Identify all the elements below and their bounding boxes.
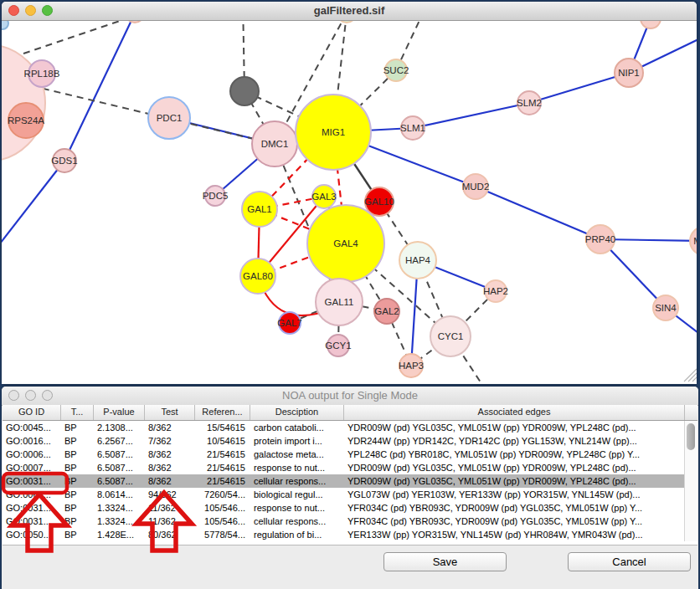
- cell: 94/362: [145, 488, 195, 501]
- cell: 105/546...: [195, 515, 250, 528]
- vertical-scrollbar[interactable]: [684, 421, 697, 541]
- cell: 2.1308...: [94, 421, 145, 434]
- cell: 105/546...: [195, 501, 250, 515]
- graph-node-label: HAP2: [483, 286, 508, 296]
- noa-window-titlebar[interactable]: NOA output for Single Mode: [2, 387, 698, 406]
- cell: cellular respons...: [250, 474, 344, 488]
- column-header-test[interactable]: Test: [145, 405, 195, 420]
- cell: 21/54615: [195, 474, 250, 488]
- cell: BP: [61, 515, 94, 528]
- cell: GO:0031...: [3, 515, 61, 528]
- network-window-titlebar[interactable]: galFiltered.sif: [2, 2, 697, 21]
- cell: galactose meta...: [250, 448, 344, 461]
- cell: biological regul...: [250, 488, 344, 501]
- table-body: GO:0045...BP2.1308...8/36215/54615carbon…: [3, 421, 697, 541]
- window-title: NOA output for Single Mode: [2, 387, 698, 405]
- table-row[interactable]: GO:0007...BP6.5087...8/36221/54615respon…: [3, 461, 697, 474]
- graph-node-label: MIG1: [322, 127, 345, 137]
- column-header-pvalue[interactable]: P-value: [94, 405, 145, 420]
- cell: 8/362: [145, 421, 195, 434]
- column-header-t[interactable]: T...: [61, 405, 94, 420]
- graph-node-label: GAL3: [311, 192, 336, 202]
- cell: protein import i...: [250, 434, 344, 448]
- graph-edge: [23, 21, 127, 54]
- graph-node-label: GAL4: [333, 238, 358, 248]
- table-row[interactable]: GO:0006...BP6.5087...8/36221/54615galact…: [3, 448, 697, 461]
- cell: GO:0016...: [3, 434, 61, 448]
- cell: 7/362: [145, 434, 195, 448]
- cell: 8/362: [145, 474, 195, 488]
- graph-node-label: GAL80: [243, 271, 273, 281]
- network-canvas[interactable]: RPL18BRPS24AGDS1PDC1DMC1MIG1SUC2SLM1SLM2…: [2, 21, 697, 384]
- cell: 21/54615: [195, 461, 250, 474]
- graph-node-top-green[interactable]: [337, 21, 356, 23]
- cell: BP: [61, 528, 94, 541]
- column-header-goid[interactable]: GO ID: [3, 405, 61, 420]
- graph-edge: [476, 187, 600, 239]
- graph-node-corner-tl[interactable]: [2, 21, 8, 29]
- graph-node-label: SLM1: [400, 123, 425, 133]
- window-title: galFiltered.sif: [2, 2, 697, 20]
- cell: GO:0031...: [3, 474, 61, 488]
- cell: GO:0006...: [3, 448, 61, 461]
- cell: BP: [61, 461, 94, 474]
- graph-node-label: GCY1: [325, 341, 351, 351]
- column-header-desciption[interactable]: Desciption: [250, 405, 344, 420]
- cell: 11/362: [145, 501, 195, 515]
- cell: 1.3324...: [94, 515, 145, 528]
- cell: 6.5087...: [94, 474, 145, 488]
- cell: BP: [61, 421, 94, 434]
- graph-node-label: SIN4: [655, 303, 677, 313]
- cell: 1.3324...: [94, 501, 145, 515]
- cell: 11/362: [145, 515, 195, 528]
- cell: YPL248C (pd) YBR018C, YML051W (pp) YDR00…: [344, 448, 697, 461]
- table-row[interactable]: GO:0065...BP8.0614...94/3627260/54...bio…: [3, 488, 697, 501]
- graph-node-label: HAP3: [399, 361, 424, 371]
- cell: response to nut...: [250, 501, 344, 515]
- cell: 1.428E...: [94, 528, 145, 541]
- cell: BP: [61, 448, 94, 461]
- column-header-scrollbar-pad: [685, 405, 697, 420]
- graph-node-top-right-pink[interactable]: [641, 21, 661, 28]
- cell: carbon cataboli...: [250, 421, 344, 434]
- resize-grip[interactable]: [692, 377, 697, 382]
- table-row[interactable]: GO:0050...BP1.428E...80/3625778/54...reg…: [3, 528, 697, 541]
- graph-node-label: MSN: [693, 236, 697, 246]
- table-row[interactable]: GO:0031...BP6.5087...8/36221/54615cellul…: [3, 474, 697, 488]
- cell: YER133W (pp) YOR315W, YNL145W (pd) YHR08…: [344, 528, 697, 541]
- cancel-button[interactable]: Cancel: [568, 552, 691, 571]
- cell: 10/54615: [195, 434, 250, 448]
- table-header: GO IDT...P-valueTestReferen...Desciption…: [3, 405, 697, 421]
- table-row[interactable]: GO:0031...BP1.3324...11/362105/546...res…: [3, 501, 697, 515]
- graph-node-label: MUD2: [462, 182, 490, 192]
- cell: 6.5087...: [94, 461, 145, 474]
- column-header-associatededges[interactable]: Associated edges: [344, 405, 685, 420]
- graph-node-label: GAL2: [374, 306, 399, 316]
- graph-node-label: SLM2: [517, 98, 542, 108]
- cell: 8/362: [145, 461, 195, 474]
- graph-node-label: GDS1: [51, 156, 77, 166]
- scrollbar-thumb[interactable]: [687, 423, 695, 450]
- cell: GO:0045...: [3, 421, 61, 434]
- graph-edge: [64, 21, 135, 161]
- table-row[interactable]: GO:0045...BP2.1308...8/36215/54615carbon…: [3, 421, 697, 434]
- table-row[interactable]: GO:0031...BP1.3324...11/362105/546...cel…: [3, 515, 697, 528]
- cell: GO:0031...: [3, 501, 61, 515]
- graph-node-top-peach[interactable]: [126, 21, 144, 23]
- graph-node-label: PDC1: [157, 113, 183, 123]
- save-button[interactable]: Save: [383, 552, 507, 571]
- cell: BP: [61, 488, 94, 501]
- column-header-referen[interactable]: Referen...: [195, 405, 250, 420]
- graph-node-gray-node[interactable]: [230, 77, 259, 105]
- cell: BP: [61, 434, 94, 448]
- results-table: GO IDT...P-valueTestReferen...Desciption…: [3, 405, 697, 545]
- cell: 6.2567...: [94, 434, 145, 448]
- noa-window: NOA output for Single Mode GO IDT...P-va…: [2, 387, 698, 589]
- graph-node-label: DMC1: [261, 139, 289, 149]
- cell: response to nut...: [250, 461, 344, 474]
- cell: YDR244W (pp) YDR142C, YDR142C (pp) YGL15…: [344, 434, 697, 448]
- resize-grip[interactable]: [688, 373, 697, 382]
- table-row[interactable]: GO:0016...BP6.2567...7/36210/54615protei…: [3, 434, 697, 448]
- cell: YDR009W (pd) YGL035C, YML051W (pp) YDR00…: [344, 461, 697, 474]
- cell: cellular respons...: [250, 515, 344, 528]
